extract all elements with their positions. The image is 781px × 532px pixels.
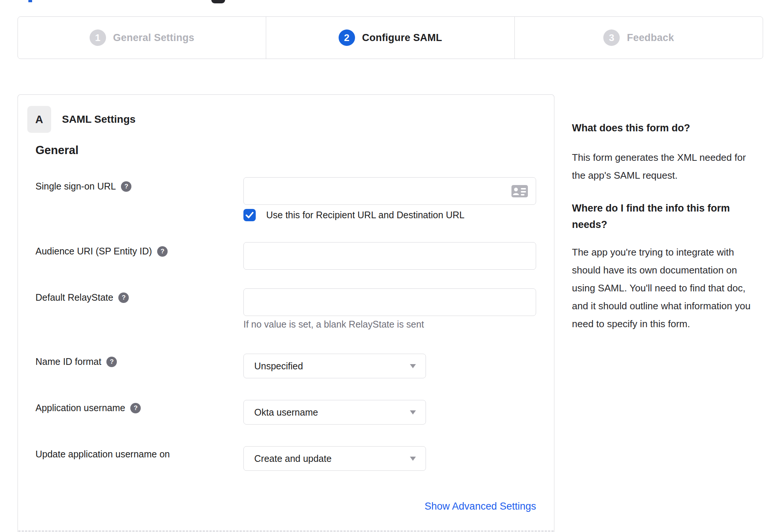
help-icon[interactable]: ? xyxy=(118,292,129,303)
name-id-format-label: Name ID format ? xyxy=(35,356,117,367)
contact-card-icon[interactable] xyxy=(511,185,528,197)
panel-title: SAML Settings xyxy=(62,106,136,133)
sso-recipient-checkbox-row: Use this for Recipient URL and Destinati… xyxy=(243,209,464,221)
help-sidebar: What does this form do? This form genera… xyxy=(572,122,759,333)
help-icon[interactable]: ? xyxy=(106,357,117,367)
checkmark-icon xyxy=(246,212,253,218)
update-username-select[interactable]: Create and update xyxy=(243,446,426,471)
section-a-badge: A xyxy=(27,106,51,133)
help-icon[interactable]: ? xyxy=(130,403,141,413)
sidebar-heading-2: Where do I find the info this form needs… xyxy=(572,200,759,233)
relaystate-hint: If no value is set, a blank RelayState i… xyxy=(243,319,424,330)
sidebar-paragraph-2: The app you're trying to integrate with … xyxy=(572,243,759,333)
chevron-down-icon xyxy=(410,364,416,368)
help-icon[interactable]: ? xyxy=(121,181,131,192)
recipient-url-checkbox[interactable] xyxy=(243,209,256,221)
chevron-down-icon xyxy=(410,410,416,414)
default-relaystate-label: Default RelayState ? xyxy=(35,292,129,303)
show-advanced-settings-link[interactable]: Show Advanced Settings xyxy=(243,501,536,512)
general-heading: General xyxy=(35,144,78,157)
cutoff-dark-fragment xyxy=(211,0,225,3)
audience-uri-input[interactable] xyxy=(243,242,536,270)
step-1-number: 1 xyxy=(90,29,106,46)
help-icon[interactable]: ? xyxy=(157,246,168,257)
chevron-down-icon xyxy=(410,457,416,461)
configure-saml-page: 1 General Settings 2 Configure SAML 3 Fe… xyxy=(0,0,781,532)
step-general-settings[interactable]: 1 General Settings xyxy=(18,17,266,59)
step-feedback[interactable]: 3 Feedback xyxy=(514,17,763,59)
name-id-format-select[interactable]: Unspecified xyxy=(243,354,426,378)
sidebar-paragraph-1: This form generates the XML needed for t… xyxy=(572,148,759,184)
application-username-select[interactable]: Okta username xyxy=(243,400,426,425)
recipient-url-checkbox-label[interactable]: Use this for Recipient URL and Destinati… xyxy=(266,210,464,220)
step-configure-saml[interactable]: 2 Configure SAML xyxy=(266,17,514,59)
step-2-number: 2 xyxy=(339,29,355,46)
default-relaystate-input[interactable] xyxy=(243,288,536,316)
section-dashed-divider xyxy=(18,531,554,532)
step-2-label: Configure SAML xyxy=(362,32,442,44)
step-3-label: Feedback xyxy=(627,32,674,44)
cutoff-blue-fragment xyxy=(28,0,32,2)
sidebar-heading-1: What does this form do? xyxy=(572,122,759,134)
step-3-number: 3 xyxy=(603,29,620,46)
update-username-label: Update application username on xyxy=(35,449,170,460)
step-1-label: General Settings xyxy=(113,32,195,44)
wizard-stepper: 1 General Settings 2 Configure SAML 3 Fe… xyxy=(18,16,763,59)
audience-uri-label: Audience URI (SP Entity ID) ? xyxy=(35,246,168,257)
sso-url-input-wrap xyxy=(243,177,536,205)
saml-settings-panel: A SAML Settings General Single sign-on U… xyxy=(18,94,554,532)
sso-url-input[interactable] xyxy=(243,177,536,205)
sso-url-label: Single sign-on URL ? xyxy=(35,181,131,192)
application-username-label: Application username ? xyxy=(35,403,141,413)
